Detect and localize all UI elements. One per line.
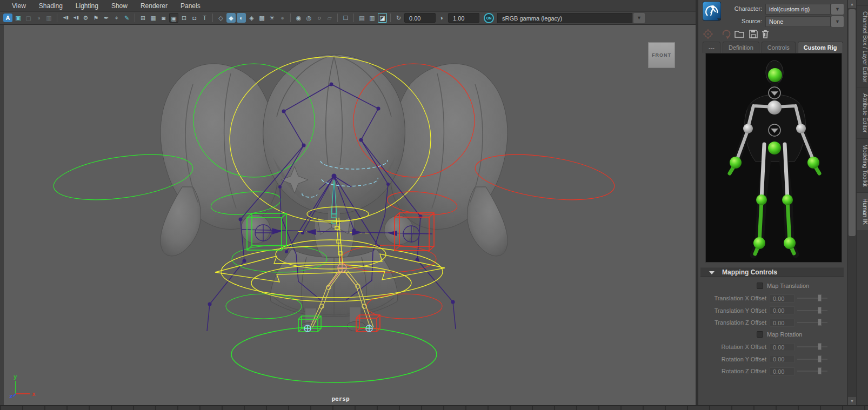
- offset-slider[interactable]: [797, 307, 827, 314]
- view-cube[interactable]: FRONT: [648, 42, 675, 68]
- wireframe-icon[interactable]: ◇: [216, 13, 225, 23]
- motion-blur-icon[interactable]: ◎: [304, 13, 313, 23]
- offset-field[interactable]: 0.00: [770, 367, 794, 375]
- Human IK[interactable]: Human IK: [857, 192, 868, 230]
- exposure-icon[interactable]: ↻: [394, 13, 403, 23]
- time-slider-strip[interactable]: [0, 405, 868, 410]
- colorspace-dropdown[interactable]: sRGB gamma (legacy): [497, 13, 632, 23]
- default-material-icon[interactable]: ◈: [247, 13, 256, 23]
- menu-item[interactable]: Lighting: [70, 1, 104, 11]
- waist-expand-control[interactable]: [769, 124, 780, 136]
- map-translation-checkbox[interactable]: [757, 283, 763, 289]
- dim-plane-icon[interactable]: ▱: [325, 13, 334, 23]
- right-ankle-joint[interactable]: [784, 237, 796, 249]
- character-target-icon[interactable]: [703, 29, 713, 39]
- menu-item[interactable]: Show: [106, 1, 133, 11]
- isolate-view-icon[interactable]: ▤: [357, 13, 366, 23]
- menu-item[interactable]: Panels: [175, 1, 206, 11]
- color-management-toggle[interactable]: ON: [484, 13, 494, 23]
- lights-icon[interactable]: ☀: [268, 13, 277, 23]
- camera-select-icon[interactable]: ◄▮: [61, 13, 70, 23]
- shadows-icon[interactable]: ●: [278, 13, 287, 23]
- left-hand-joint[interactable]: [730, 157, 742, 169]
- hips-joint[interactable]: [768, 142, 781, 154]
- Channel Box / Layer Editor[interactable]: Channel Box / Layer Editor: [857, 5, 868, 88]
- folder-open-icon[interactable]: [734, 29, 745, 39]
- Definition[interactable]: Definition: [723, 42, 759, 53]
- dim-sphere-icon[interactable]: ◑: [34, 13, 43, 23]
- character-dropdown[interactable]: idol(custom rig): [765, 4, 831, 15]
- safe-action-icon[interactable]: ◘: [190, 13, 199, 23]
- scroll-down-arrow[interactable]: ▼: [848, 397, 856, 405]
- marquee-select-icon[interactable]: ☐: [341, 13, 350, 23]
- resolution-gate-icon[interactable]: ◙: [159, 13, 168, 23]
- separator[interactable]: [212, 14, 213, 22]
- pencil-icon[interactable]: ✎: [122, 13, 131, 23]
- offset-field[interactable]: 0.00: [770, 355, 794, 363]
- menu-item[interactable]: Renderer: [135, 1, 173, 11]
- offset-field[interactable]: 0.00: [770, 294, 794, 303]
- offset-slider[interactable]: [797, 319, 827, 326]
- save-icon[interactable]: [748, 29, 759, 39]
- left-knee-joint[interactable]: [756, 194, 767, 205]
- offset-slider[interactable]: [797, 367, 827, 375]
- head-joint[interactable]: [768, 68, 782, 82]
- select-tool-letter-icon[interactable]: A: [3, 14, 12, 22]
- offset-slider[interactable]: [797, 343, 827, 351]
- colorspace-dropdown-arrow[interactable]: ▼: [633, 13, 645, 23]
- multisample-icon[interactable]: ○: [315, 13, 324, 23]
- isolate-add-icon[interactable]: ▥: [368, 13, 377, 23]
- separator[interactable]: [290, 14, 291, 22]
- trash-icon[interactable]: [760, 29, 771, 39]
- checkered-icon[interactable]: ▩: [257, 13, 266, 23]
- safe-title-icon[interactable]: T: [200, 13, 209, 23]
- Attribute Editor[interactable]: Attribute Editor: [857, 88, 868, 138]
- left-elbow-joint[interactable]: [743, 124, 753, 133]
- textured-icon[interactable]: ◐: [237, 13, 246, 23]
- exposure-field[interactable]: 0.00: [404, 13, 436, 23]
- xray-icon[interactable]: ◪: [378, 13, 387, 23]
- menu-item[interactable]: Shading: [34, 1, 68, 11]
- separator[interactable]: [57, 14, 57, 22]
- smooth-shade-icon[interactable]: ◆: [226, 13, 236, 23]
- grid-icon[interactable]: ⊞: [138, 13, 148, 23]
- separator[interactable]: [337, 14, 338, 22]
- pan-zoom-icon[interactable]: ⌖: [112, 13, 121, 23]
- film-gate-icon[interactable]: ▦: [149, 13, 158, 23]
- offset-slider[interactable]: [797, 294, 827, 302]
- gamma-field[interactable]: 1.00: [448, 13, 479, 23]
- left-ankle-joint[interactable]: [753, 237, 765, 249]
- gate-mask-icon[interactable]: ▣: [169, 13, 178, 23]
- quill-icon[interactable]: ✒: [102, 13, 111, 23]
- right-knee-joint[interactable]: [782, 194, 793, 205]
- source-dropdown-arrow[interactable]: ▼: [831, 16, 844, 27]
- ---[interactable]: ---: [703, 42, 720, 53]
- scene-3d[interactable]: [4, 25, 696, 405]
- mapping-controls-header[interactable]: Mapping Controls: [700, 267, 844, 277]
- right-elbow-joint[interactable]: [796, 124, 806, 133]
- neck-expand-control[interactable]: [769, 87, 780, 99]
- scrollbar-thumb[interactable]: [849, 9, 856, 236]
- separator[interactable]: [390, 14, 391, 22]
- occlusion-icon[interactable]: ◉: [294, 13, 303, 23]
- Modeling Toolkit[interactable]: Modeling Toolkit: [857, 138, 868, 192]
- field-chart-icon[interactable]: ⊡: [179, 13, 189, 23]
- chest-joint[interactable]: [767, 100, 782, 115]
- mirror-icon[interactable]: [721, 29, 732, 39]
- dim-layers-icon[interactable]: ▥: [44, 13, 54, 23]
- offset-field[interactable]: 0.00: [770, 306, 794, 314]
- panel-scrollbar[interactable]: ▲ ▼: [847, 0, 856, 405]
- Custom Rig[interactable]: Custom Rig: [798, 42, 843, 53]
- offset-field[interactable]: 0.00: [770, 343, 794, 351]
- camera-lock-icon[interactable]: ◄▮: [71, 13, 80, 23]
- menu-item[interactable]: View: [6, 1, 31, 11]
- Controls[interactable]: Controls: [762, 42, 796, 53]
- separator[interactable]: [135, 14, 135, 22]
- dim-frame-icon[interactable]: ▢: [24, 13, 33, 23]
- separator[interactable]: [353, 14, 354, 22]
- character-body-map[interactable]: [705, 53, 842, 263]
- right-hand-joint[interactable]: [807, 157, 819, 169]
- bookmark-icon[interactable]: ⚑: [91, 13, 101, 23]
- source-dropdown[interactable]: None: [765, 16, 831, 27]
- character-dropdown-arrow[interactable]: ▼: [831, 4, 844, 15]
